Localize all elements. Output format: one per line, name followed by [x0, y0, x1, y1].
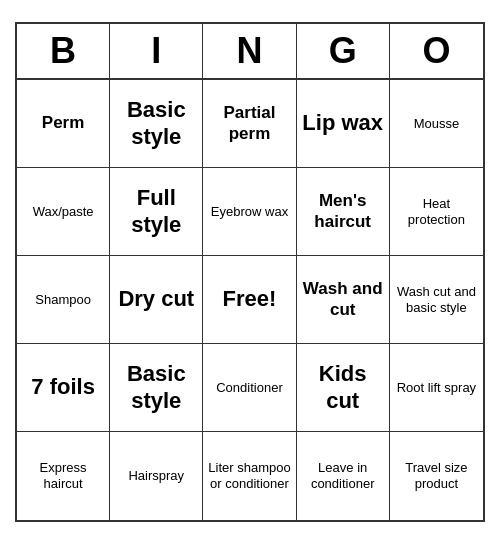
bingo-cell: Mousse [390, 80, 483, 168]
bingo-cell: Basic style [110, 344, 203, 432]
bingo-cell: 7 foils [17, 344, 110, 432]
bingo-cell: Wax/paste [17, 168, 110, 256]
bingo-cell: Root lift spray [390, 344, 483, 432]
header-letter: B [17, 24, 110, 78]
bingo-cell: Liter shampoo or conditioner [203, 432, 296, 520]
bingo-header: BINGO [17, 24, 483, 80]
bingo-cell: Basic style [110, 80, 203, 168]
bingo-cell: Full style [110, 168, 203, 256]
header-letter: I [110, 24, 203, 78]
header-letter: O [390, 24, 483, 78]
bingo-cell: Heat protection [390, 168, 483, 256]
header-letter: G [297, 24, 390, 78]
bingo-cell: Lip wax [297, 80, 390, 168]
bingo-cell: Travel size product [390, 432, 483, 520]
bingo-card: BINGO PermBasic stylePartial permLip wax… [15, 22, 485, 522]
bingo-cell: Shampoo [17, 256, 110, 344]
bingo-cell: Eyebrow wax [203, 168, 296, 256]
bingo-cell: Free! [203, 256, 296, 344]
bingo-cell: Kids cut [297, 344, 390, 432]
bingo-cell: Hairspray [110, 432, 203, 520]
bingo-cell: Perm [17, 80, 110, 168]
bingo-cell: Conditioner [203, 344, 296, 432]
bingo-cell: Wash and cut [297, 256, 390, 344]
bingo-cell: Dry cut [110, 256, 203, 344]
header-letter: N [203, 24, 296, 78]
bingo-cell: Leave in conditioner [297, 432, 390, 520]
bingo-cell: Men's haircut [297, 168, 390, 256]
bingo-cell: Partial perm [203, 80, 296, 168]
bingo-grid: PermBasic stylePartial permLip waxMousse… [17, 80, 483, 520]
bingo-cell: Wash cut and basic style [390, 256, 483, 344]
bingo-cell: Express haircut [17, 432, 110, 520]
